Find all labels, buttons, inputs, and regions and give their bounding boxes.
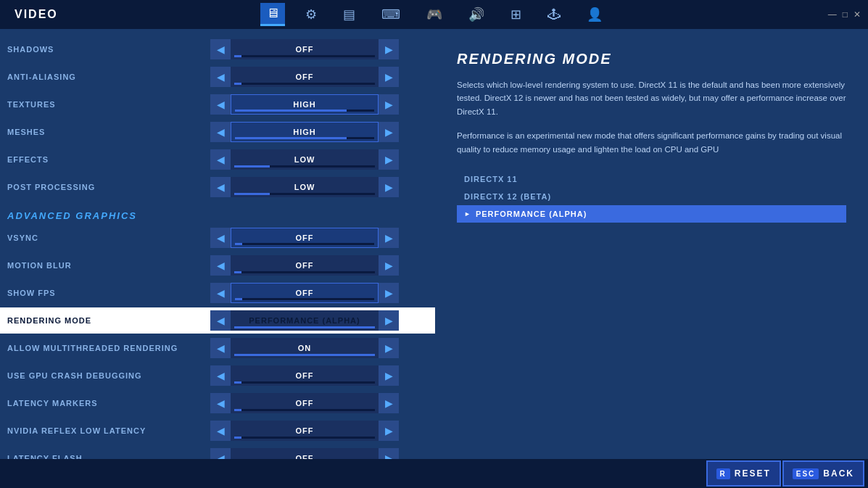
setting-row[interactable]: LATENCY MARKERS ◀ OFF ▶ <box>0 390 435 416</box>
option-selected-icon: ► <box>464 210 471 218</box>
arrow-right-btn[interactable]: ▶ <box>379 310 399 331</box>
reset-label: RESET <box>735 468 771 479</box>
arrow-right-btn[interactable]: ▶ <box>379 255 399 276</box>
setting-row[interactable]: TEXTURES ◀ HIGH ▶ <box>0 91 435 117</box>
arrow-right-btn[interactable]: ▶ <box>379 448 399 459</box>
setting-label: SHOW FPS <box>7 289 210 297</box>
arrow-left-btn[interactable]: ◀ <box>210 338 231 358</box>
setting-row[interactable]: POST PROCESSING ◀ LOW ▶ <box>0 174 435 200</box>
nav-account[interactable]: 👤 <box>581 4 608 25</box>
value-bar <box>234 437 375 439</box>
value-box: OFF <box>231 283 379 303</box>
arrow-left-btn[interactable]: ◀ <box>210 67 231 87</box>
setting-row[interactable]: SHOW FPS ◀ OFF ▶ <box>0 280 435 306</box>
setting-row[interactable]: ANTI-ALIASING ◀ OFF ▶ <box>0 64 435 90</box>
arrow-left-btn[interactable]: ◀ <box>210 228 231 248</box>
option-label: DIRECTX 11 <box>464 175 518 183</box>
setting-control: ◀ HIGH ▶ <box>210 122 399 142</box>
nav-gamepad[interactable]: 🕹 <box>542 4 566 25</box>
maximize-button[interactable]: □ <box>843 9 848 20</box>
nav-gear[interactable]: ⚙ <box>299 4 323 25</box>
value-box: OFF <box>231 39 379 59</box>
setting-label: LATENCY FLASH <box>7 454 210 459</box>
value-text: HIGH <box>293 100 316 109</box>
value-bar-fill <box>235 298 242 300</box>
setting-control: ◀ OFF ▶ <box>210 39 399 59</box>
value-bar-fill <box>234 381 241 384</box>
back-button[interactable]: ESC BACK <box>782 460 864 487</box>
arrow-left-btn[interactable]: ◀ <box>210 149 231 170</box>
option-list: DIRECTX 11DIRECTX 12 (BETA)►PERFORMANCE … <box>457 170 846 223</box>
setting-label: NVIDIA REFLEX LOW LATENCY <box>7 426 210 435</box>
setting-control: ◀ OFF ▶ <box>210 283 399 303</box>
arrow-left-btn[interactable]: ◀ <box>210 122 231 142</box>
option-item[interactable]: ►PERFORMANCE (ALPHA) <box>457 205 846 223</box>
arrow-left-btn[interactable]: ◀ <box>210 448 231 459</box>
setting-row[interactable]: MOTION BLUR ◀ OFF ▶ <box>0 252 435 278</box>
nav-face[interactable]: 🎮 <box>421 4 448 25</box>
nav-display[interactable]: ▤ <box>337 4 361 25</box>
value-text: OFF <box>296 399 314 408</box>
arrow-right-btn[interactable]: ▶ <box>379 338 399 358</box>
value-bar <box>235 109 374 112</box>
value-bar <box>234 271 375 273</box>
setting-row[interactable]: MESHES ◀ HIGH ▶ <box>0 119 435 145</box>
arrow-right-btn[interactable]: ▶ <box>379 39 399 59</box>
arrow-left-btn[interactable]: ◀ <box>210 255 231 276</box>
info-desc-1: Selects which low-level rendering system… <box>457 78 846 118</box>
value-box: OFF <box>231 393 379 413</box>
close-button[interactable]: ✕ <box>853 9 861 20</box>
nav-network[interactable]: ⊞ <box>505 4 527 25</box>
setting-control: ◀ OFF ▶ <box>210 421 399 441</box>
arrow-right-btn[interactable]: ▶ <box>379 393 399 413</box>
left-panel: SHADOWS ◀ OFF ▶ ANTI-ALIASING ◀ OFF <box>0 29 435 459</box>
value-bar-fill <box>234 165 270 168</box>
arrow-left-btn[interactable]: ◀ <box>210 421 231 441</box>
setting-row[interactable]: VSYNC ◀ OFF ▶ <box>0 225 435 251</box>
value-bar-fill <box>234 271 241 273</box>
arrow-right-btn[interactable]: ▶ <box>379 228 399 248</box>
option-item[interactable]: DIRECTX 11 <box>457 170 846 188</box>
value-bar <box>234 83 375 85</box>
arrow-left-btn[interactable]: ◀ <box>210 39 231 59</box>
bottom-bar: R RESET ESC BACK <box>0 459 868 488</box>
reset-button[interactable]: R RESET <box>706 460 781 487</box>
value-box: ON <box>231 338 379 358</box>
nav-audio[interactable]: 🔊 <box>463 4 490 25</box>
arrow-right-btn[interactable]: ▶ <box>379 421 399 441</box>
setting-row[interactable]: LATENCY FLASH ◀ OFF ▶ <box>0 445 435 459</box>
setting-row[interactable]: SHADOWS ◀ OFF ▶ <box>0 36 435 62</box>
value-bar-fill <box>234 193 270 195</box>
arrow-right-btn[interactable]: ▶ <box>379 67 399 87</box>
arrow-left-btn[interactable]: ◀ <box>210 94 231 115</box>
nav-keyboard[interactable]: ⌨ <box>376 4 406 25</box>
setting-row[interactable]: NVIDIA REFLEX LOW LATENCY ◀ OFF ▶ <box>0 418 435 444</box>
arrow-left-btn[interactable]: ◀ <box>210 310 231 331</box>
setting-row[interactable]: ALLOW MULTITHREADED RENDERING ◀ ON ▶ <box>0 335 435 361</box>
arrow-left-btn[interactable]: ◀ <box>210 393 231 413</box>
setting-row[interactable]: USE GPU CRASH DEBUGGING ◀ OFF ▶ <box>0 363 435 389</box>
nav-monitor[interactable]: 🖥 <box>260 3 285 26</box>
setting-label: VSYNC <box>7 233 210 242</box>
arrow-right-btn[interactable]: ▶ <box>379 177 399 197</box>
arrow-left-btn[interactable]: ◀ <box>210 283 231 303</box>
setting-label: MESHES <box>7 128 210 136</box>
arrow-right-btn[interactable]: ▶ <box>379 365 399 386</box>
arrow-right-btn[interactable]: ▶ <box>379 122 399 142</box>
value-bar-fill <box>234 437 241 439</box>
setting-row[interactable]: EFFECTS ◀ LOW ▶ <box>0 146 435 173</box>
setting-label: SHADOWS <box>7 45 210 54</box>
arrow-left-btn[interactable]: ◀ <box>210 365 231 386</box>
option-item[interactable]: DIRECTX 12 (BETA) <box>457 188 846 205</box>
arrow-right-btn[interactable]: ▶ <box>379 283 399 303</box>
basic-settings-group: SHADOWS ◀ OFF ▶ ANTI-ALIASING ◀ OFF <box>0 36 435 200</box>
setting-label: MOTION BLUR <box>7 261 210 270</box>
arrow-left-btn[interactable]: ◀ <box>210 177 231 197</box>
minimize-button[interactable]: — <box>828 9 837 20</box>
setting-row[interactable]: RENDERING MODE ◀ PERFORMANCE (ALPHA) ▶ <box>0 307 435 334</box>
value-bar-fill <box>235 109 347 112</box>
arrow-right-btn[interactable]: ▶ <box>379 94 399 115</box>
arrow-right-btn[interactable]: ▶ <box>379 149 399 170</box>
value-text: OFF <box>296 233 314 242</box>
setting-label: ALLOW MULTITHREADED RENDERING <box>7 344 210 352</box>
